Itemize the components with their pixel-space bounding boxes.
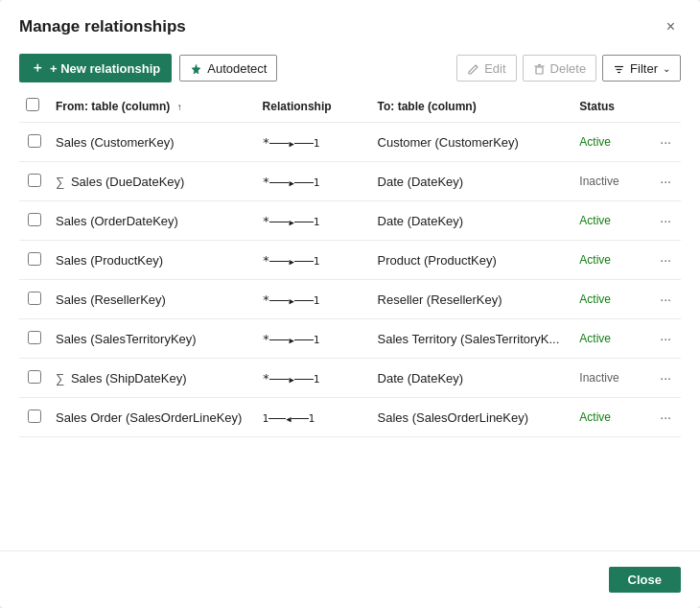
status-badge: Inactive bbox=[573, 359, 650, 398]
row-relationship: *▶1 bbox=[257, 123, 372, 162]
more-options-button[interactable]: ··· bbox=[656, 172, 675, 191]
more-options-button[interactable]: ··· bbox=[656, 132, 675, 152]
row-relationship: *▶1 bbox=[257, 241, 372, 280]
select-all-checkbox[interactable] bbox=[26, 98, 39, 111]
row-more-col: ··· bbox=[650, 398, 681, 437]
header-more-col bbox=[650, 90, 681, 123]
header-relationship: Relationship bbox=[257, 90, 372, 123]
row-to: Reseller (ResellerKey) bbox=[372, 280, 574, 319]
row-from: ∑ Sales (DueDateKey) bbox=[50, 162, 257, 201]
header-checkbox-col bbox=[19, 90, 50, 123]
dialog-footer: Close bbox=[0, 550, 700, 608]
status-badge: Active bbox=[573, 319, 650, 359]
row-checkbox[interactable] bbox=[28, 174, 41, 187]
dialog-header: Manage relationships × bbox=[0, 0, 700, 46]
more-options-button[interactable]: ··· bbox=[656, 368, 675, 387]
toolbar-right: Edit Delete bbox=[456, 55, 681, 81]
status-badge: Active bbox=[573, 398, 650, 437]
row-to: Sales Territory (SalesTerritoryK... bbox=[372, 319, 574, 359]
autodetect-label: Autodetect bbox=[207, 61, 267, 76]
row-checkbox[interactable] bbox=[28, 370, 41, 384]
delete-icon bbox=[533, 60, 546, 75]
row-relationship: *▶1 bbox=[257, 319, 372, 359]
new-relationship-button[interactable]: ＋ + New relationship bbox=[19, 54, 172, 82]
relationships-table: From: table (column) ↑ Relationship To: … bbox=[19, 90, 681, 437]
row-relationship: *▶1 bbox=[257, 162, 372, 201]
sort-arrow-icon: ↑ bbox=[177, 102, 182, 112]
row-relationship: 1◀1 bbox=[257, 398, 372, 437]
row-from: Sales (OrderDateKey) bbox=[50, 201, 257, 241]
table-row: Sales (ResellerKey)*▶1Reseller (Reseller… bbox=[19, 280, 681, 319]
status-badge: Active bbox=[573, 123, 650, 162]
plus-icon: ＋ bbox=[31, 59, 44, 77]
row-checkbox[interactable] bbox=[28, 292, 41, 305]
row-more-col: ··· bbox=[650, 359, 681, 398]
table-row: Sales (OrderDateKey)*▶1Date (DateKey)Act… bbox=[19, 201, 681, 241]
chevron-down-icon: ⌄ bbox=[663, 63, 670, 74]
filter-button[interactable]: Filter ⌄ bbox=[602, 55, 681, 81]
edit-button[interactable]: Edit bbox=[456, 55, 516, 81]
row-more-col: ··· bbox=[650, 201, 681, 241]
new-relationship-label: + New relationship bbox=[50, 61, 160, 76]
relationships-table-container: From: table (column) ↑ Relationship To: … bbox=[0, 90, 700, 550]
delete-button[interactable]: Delete bbox=[523, 55, 597, 81]
more-options-button[interactable]: ··· bbox=[656, 290, 675, 309]
dialog-title: Manage relationships bbox=[19, 17, 186, 36]
row-to: Sales (SalesOrderLineKey) bbox=[372, 398, 574, 437]
table-row: Sales (CustomerKey)*▶1Customer (Customer… bbox=[19, 123, 681, 162]
status-badge: Inactive bbox=[573, 162, 650, 201]
row-from: Sales (ResellerKey) bbox=[50, 280, 257, 319]
row-relationship: *▶1 bbox=[257, 359, 372, 398]
row-checkbox[interactable] bbox=[28, 134, 41, 148]
autodetect-button[interactable]: Autodetect bbox=[179, 55, 277, 81]
row-from: Sales Order (SalesOrderLineKey) bbox=[50, 398, 257, 437]
header-status: Status bbox=[573, 90, 650, 123]
row-more-col: ··· bbox=[650, 319, 681, 359]
autodetect-icon bbox=[190, 60, 202, 75]
sigma-icon: ∑ bbox=[56, 371, 68, 386]
filter-icon bbox=[613, 60, 625, 75]
sigma-icon: ∑ bbox=[56, 175, 68, 189]
row-more-col: ··· bbox=[650, 280, 681, 319]
more-options-button[interactable]: ··· bbox=[656, 250, 675, 269]
row-checkbox[interactable] bbox=[28, 409, 41, 423]
close-icon-button[interactable]: × bbox=[661, 15, 681, 38]
manage-relationships-dialog: Manage relationships × ＋ + New relations… bbox=[0, 0, 700, 608]
filter-label: Filter bbox=[630, 61, 658, 76]
row-checkbox[interactable] bbox=[28, 252, 41, 266]
delete-label: Delete bbox=[550, 61, 587, 76]
row-from: Sales (ProductKey) bbox=[50, 241, 257, 280]
more-options-button[interactable]: ··· bbox=[656, 211, 675, 230]
row-relationship: *▶1 bbox=[257, 280, 372, 319]
row-checkbox[interactable] bbox=[28, 213, 41, 226]
header-from: From: table (column) ↑ bbox=[50, 90, 257, 123]
row-relationship: *▶1 bbox=[257, 201, 372, 241]
toolbar: ＋ + New relationship Autodetect bbox=[0, 46, 700, 90]
status-badge: Active bbox=[573, 241, 650, 280]
row-to: Customer (CustomerKey) bbox=[372, 123, 574, 162]
row-more-col: ··· bbox=[650, 241, 681, 280]
table-row: ∑ Sales (ShipDateKey)*▶1Date (DateKey)In… bbox=[19, 359, 681, 398]
row-from: Sales (SalesTerritoryKey) bbox=[50, 319, 257, 359]
edit-label: Edit bbox=[484, 61, 505, 76]
toolbar-left: ＋ + New relationship Autodetect bbox=[19, 54, 277, 82]
row-to: Product (ProductKey) bbox=[372, 241, 574, 280]
row-from: ∑ Sales (ShipDateKey) bbox=[50, 359, 257, 398]
more-options-button[interactable]: ··· bbox=[656, 408, 675, 427]
close-dialog-button[interactable]: Close bbox=[609, 567, 681, 593]
table-row: Sales Order (SalesOrderLineKey)1◀1Sales … bbox=[19, 398, 681, 437]
table-row: Sales (SalesTerritoryKey)*▶1Sales Territ… bbox=[19, 319, 681, 359]
row-to: Date (DateKey) bbox=[372, 162, 574, 201]
row-more-col: ··· bbox=[650, 162, 681, 201]
status-badge: Active bbox=[573, 280, 650, 319]
row-from: Sales (CustomerKey) bbox=[50, 123, 257, 162]
row-to: Date (DateKey) bbox=[372, 201, 574, 241]
more-options-button[interactable]: ··· bbox=[656, 329, 675, 348]
row-more-col: ··· bbox=[650, 123, 681, 162]
row-checkbox[interactable] bbox=[28, 331, 41, 344]
header-to: To: table (column) bbox=[372, 90, 574, 123]
status-badge: Active bbox=[573, 201, 650, 241]
table-row: ∑ Sales (DueDateKey)*▶1Date (DateKey)Ina… bbox=[19, 162, 681, 201]
svg-rect-0 bbox=[536, 67, 543, 74]
row-to: Date (DateKey) bbox=[372, 359, 574, 398]
